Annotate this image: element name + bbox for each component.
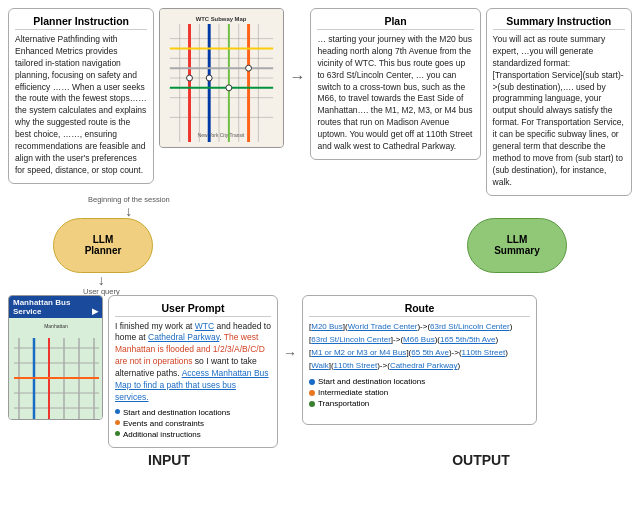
legend-transport-text: Transportation bbox=[318, 399, 369, 408]
cathedral-route-link: Cathedral Parkway bbox=[390, 361, 458, 370]
input-label-container: INPUT bbox=[29, 452, 309, 468]
route-entry-4: [Walk](110th Street)->(Cathedral Parkway… bbox=[309, 360, 530, 371]
legend-intermediate: Intermediate station bbox=[309, 388, 530, 397]
summary-instruction-box: Summary Instruction You will act as rout… bbox=[486, 8, 632, 196]
svg-text:New York City Transit: New York City Transit bbox=[198, 133, 245, 138]
user-query-arrow: ↓ bbox=[98, 273, 105, 287]
input-label: INPUT bbox=[148, 452, 190, 468]
green-bullet-dot bbox=[115, 431, 120, 436]
full-layout: Planner Instruction Alternative Pathfind… bbox=[8, 8, 632, 468]
access-link: Access Manhattan Bus Map to find a path … bbox=[115, 368, 269, 402]
wtc-map-image: WTC Subway Map bbox=[159, 8, 284, 148]
manhattan-bus-title: Manhattan Bus Service bbox=[13, 298, 70, 316]
user-prompt-box: User Prompt I finished my work at WTC an… bbox=[108, 295, 278, 448]
63rd-bus-link: 63rd St/Lincoln Center bbox=[311, 335, 391, 344]
row4: ↓ User query bbox=[8, 273, 632, 293]
legend-blue-dot bbox=[309, 379, 315, 385]
orange-bullet-dot bbox=[115, 420, 120, 425]
bus-map-svg: Manhattan Manhattan bbox=[9, 318, 103, 420]
user-prompt-title: User Prompt bbox=[115, 302, 271, 317]
row3: LLMPlanner LLMSummary bbox=[8, 218, 632, 273]
wtc-map-svg: WTC Subway Map bbox=[160, 9, 283, 147]
plan-title: Plan bbox=[317, 15, 473, 30]
plan-text: … starting your journey with the M20 bus… bbox=[317, 34, 473, 153]
wtc-link: WTC bbox=[195, 321, 214, 331]
main-container: Planner Instruction Alternative Pathfind… bbox=[0, 0, 640, 511]
row6: INPUT OUTPUT bbox=[8, 452, 632, 468]
m20-bus-link: M20 Bus bbox=[311, 322, 343, 331]
manhattan-bus-header: Manhattan Bus Service ▶ bbox=[9, 296, 102, 318]
bullet-start-dest: Start and destination locations bbox=[115, 408, 271, 417]
110th-walk-link: 110th Street bbox=[334, 361, 378, 370]
svg-point-20 bbox=[207, 75, 213, 81]
svg-text:WTC Subway Map: WTC Subway Map bbox=[196, 16, 247, 22]
summary-instruction-text: You will act as route summary expert, …y… bbox=[493, 34, 625, 189]
legend-start-dest-text: Start and destination locations bbox=[318, 377, 425, 386]
planner-instruction-box: Planner Instruction Alternative Pathfind… bbox=[8, 8, 154, 184]
planner-instruction-text: Alternative Pathfinding with Enhanced Me… bbox=[15, 34, 147, 177]
llm-summary-label: LLMSummary bbox=[494, 234, 540, 256]
llm-planner-box: LLMPlanner bbox=[53, 218, 153, 273]
bullet-start-dest-text: Start and destination locations bbox=[123, 408, 230, 417]
route-arrow: → bbox=[283, 295, 297, 361]
session-arrow-down: ↓ bbox=[125, 204, 132, 218]
route-box: Route [M20 Bus](World Trade Center)->(63… bbox=[302, 295, 537, 425]
bus-header-arrow: ▶ bbox=[92, 307, 98, 316]
user-query-connector: ↓ User query bbox=[83, 273, 120, 293]
legend-intermediate-text: Intermediate station bbox=[318, 388, 388, 397]
output-label: OUTPUT bbox=[452, 452, 510, 468]
bullet-additional: Additional instructions bbox=[115, 430, 271, 439]
wtc-route-link: World Trade Center bbox=[348, 322, 418, 331]
blue-bullet-dot bbox=[115, 409, 120, 414]
bullet-events: Events and constraints bbox=[115, 419, 271, 428]
session-connector: Beginning of the session ↓ bbox=[88, 195, 170, 218]
legend-orange-dot bbox=[309, 390, 315, 396]
route-entry-1: [M20 Bus](World Trade Center)->(63rd St/… bbox=[309, 321, 530, 332]
output-label-container: OUTPUT bbox=[351, 452, 611, 468]
svg-point-21 bbox=[226, 85, 232, 91]
65-5th-link: 65 5th Ave bbox=[411, 348, 449, 357]
llm-summary-container: LLMSummary bbox=[432, 218, 632, 273]
63rd-route-link: 63rd St/Lincoln Center bbox=[430, 322, 510, 331]
route-entry-3: [M1 or M2 or M3 or M4 Bus](65 5th Ave)->… bbox=[309, 347, 530, 358]
row1: Planner Instruction Alternative Pathfind… bbox=[8, 8, 632, 196]
legend-start-dest: Start and destination locations bbox=[309, 377, 530, 386]
svg-point-19 bbox=[187, 75, 193, 81]
svg-text:Manhattan: Manhattan bbox=[44, 323, 68, 329]
svg-point-22 bbox=[246, 65, 252, 71]
svg-rect-24 bbox=[9, 318, 103, 420]
legend-transport: Transportation bbox=[309, 399, 530, 408]
row2: Beginning of the session ↓ bbox=[8, 196, 632, 218]
route-legend: Start and destination locations Intermed… bbox=[309, 377, 530, 408]
cathedral-link: Cathedral Parkway bbox=[148, 332, 219, 342]
bus-map-content: Manhattan Manhattan bbox=[9, 318, 102, 420]
m1m4-link: M1 or M2 or M3 or M4 Bus bbox=[311, 348, 406, 357]
165-5th-link: 165 5th/5th Ave bbox=[440, 335, 495, 344]
110th-link: 110th Street bbox=[462, 348, 506, 357]
summary-instruction-title: Summary Instruction bbox=[493, 15, 625, 30]
user-prompt-text: I finished my work at WTC and headed to … bbox=[115, 321, 271, 404]
legend-green-dot bbox=[309, 401, 315, 407]
row5: Manhattan Bus Service ▶ bbox=[8, 295, 632, 448]
plan-arrow: → bbox=[289, 68, 305, 86]
llm-planner-container: LLMPlanner bbox=[8, 218, 168, 273]
planner-instruction-title: Planner Instruction bbox=[15, 15, 147, 30]
bullet-additional-text: Additional instructions bbox=[123, 430, 201, 439]
plan-box: Plan … starting your journey with the M2… bbox=[310, 8, 480, 160]
walk-link: Walk bbox=[311, 361, 328, 370]
route-title: Route bbox=[309, 302, 530, 317]
route-arrow-symbol: → bbox=[283, 345, 297, 361]
manhattan-bus-map: Manhattan Bus Service ▶ bbox=[8, 295, 103, 420]
bullet-events-text: Events and constraints bbox=[123, 419, 204, 428]
llm-planner-label: LLMPlanner bbox=[85, 234, 122, 256]
m66-link: M66 Bus bbox=[403, 335, 435, 344]
prompt-bullets: Start and destination locations Events a… bbox=[115, 408, 271, 439]
route-entry-2: [63rd St/Lincoln Center]->(M66 Bus)(165 … bbox=[309, 334, 530, 345]
llm-summary-box: LLMSummary bbox=[467, 218, 567, 273]
